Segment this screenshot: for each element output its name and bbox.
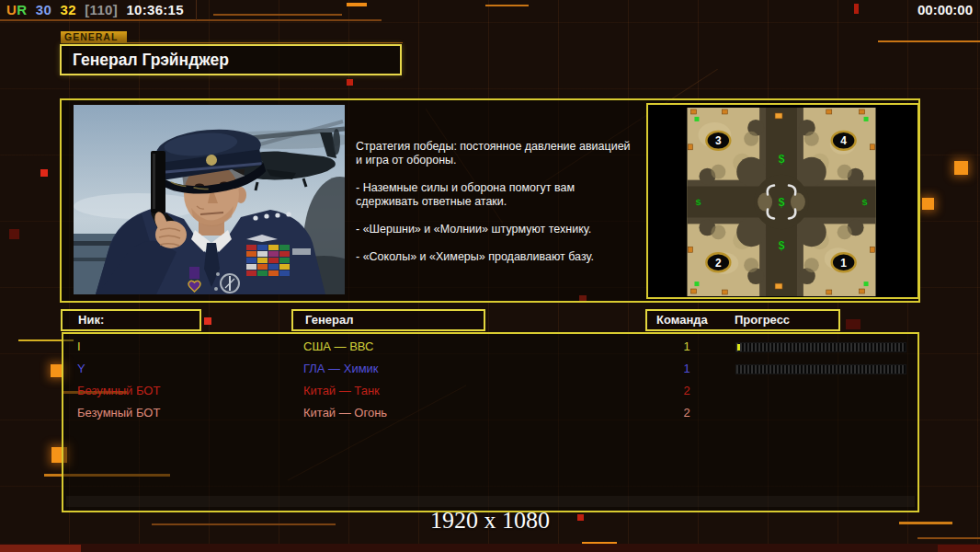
hud-clock: 10:36:15: [126, 2, 183, 17]
player-nick: Безумный БОТ: [77, 403, 160, 423]
name-plate: [292, 248, 311, 255]
player-team: 2: [671, 381, 702, 401]
player-general: США — ВВС: [303, 337, 374, 357]
start-position-3: 3: [715, 134, 722, 147]
circuit-line: [878, 40, 980, 42]
player-general: Китай — Танк: [303, 381, 380, 401]
scroll-strip: [66, 496, 915, 507]
player-nick: I: [77, 337, 81, 357]
circuit-node: [204, 317, 211, 325]
briefing-paragraph: Стратегия победы: постоянное давление ав…: [356, 140, 659, 167]
start-position-2: 2: [715, 257, 722, 270]
circuit-line: [917, 537, 980, 539]
player-general: Китай — Огонь: [303, 403, 387, 423]
circuit-line: [0, 19, 382, 21]
column-header-nick: Ник:: [61, 309, 201, 331]
hud-token: U: [6, 2, 17, 17]
progress-header-label: Прогресс: [735, 311, 790, 329]
start-position-1: 1: [840, 257, 847, 270]
briefing-paragraph: - «Соколы» и «Химеры» продавливают базу.: [356, 250, 659, 264]
loading-screen: UR 30 32 [110] 10:36:15 00:00:00 GENERAL…: [0, 0, 980, 552]
circuit-node: [9, 229, 19, 239]
player-row: Y ГЛА — Химик 1: [63, 359, 917, 379]
start-position-4: 4: [840, 134, 847, 147]
progress-fill: [737, 344, 740, 351]
general-header-label: Генерал: [305, 313, 353, 327]
hud-stats: UR 30 32 [110] 10:36:15: [6, 2, 188, 17]
general-tab-label: GENERAL: [61, 31, 127, 43]
bottom-strip-highlight: [0, 545, 81, 552]
hud-token: R: [17, 2, 27, 17]
circuit-line: [196, 0, 197, 20]
column-header-general: Генерал: [291, 309, 485, 331]
player-row: Безумный БОТ Китай — Танк 2: [63, 381, 917, 401]
match-timer: 00:00:00: [917, 2, 973, 17]
player-nick: Y: [77, 359, 85, 379]
player-row: Безумный БОТ Китай — Огонь 2: [63, 403, 917, 423]
nick-header-label: Ник:: [78, 313, 104, 327]
player-team: 1: [671, 337, 702, 357]
resolution-watermark: 1920 x 1080: [0, 507, 980, 535]
circuit-line: [485, 5, 529, 6]
briefing-text: Стратегия победы: постоянное давление ав…: [356, 140, 659, 278]
hud-token: 30: [36, 2, 51, 17]
briefing-panel: Стратегия победы: постоянное давление ав…: [60, 98, 920, 303]
briefing-paragraph: - «Шершни» и «Молнии» штурмуют технику.: [356, 223, 659, 236]
general-portrait: [74, 105, 345, 294]
circuit-node: [854, 4, 859, 14]
circuit-node: [347, 79, 353, 86]
team-header-label: Команда: [656, 311, 708, 329]
player-general: ГЛА — Химик: [303, 359, 379, 379]
circuit-node: [922, 198, 934, 210]
circuit-node: [954, 161, 968, 175]
hud-token: [110]: [85, 2, 118, 17]
general-portrait-art: [74, 105, 345, 294]
player-row: I США — ВВС 1: [63, 337, 917, 357]
missile-badge: [221, 274, 239, 293]
bottom-strip: [0, 544, 980, 552]
hud-token: 32: [61, 2, 76, 17]
player-nick: Безумный БОТ: [77, 381, 160, 401]
column-header-team-progress: Команда Прогресс: [645, 309, 840, 331]
circuit-node: [40, 169, 48, 177]
svg-text:$: $: [779, 153, 785, 166]
briefing-paragraph: - Наземные силы и оборона помогут вам сд…: [356, 181, 659, 209]
player-team: 2: [671, 403, 702, 423]
page-title: Генерал Грэйнджер: [60, 44, 402, 75]
loading-progress-bar: [735, 342, 906, 352]
svg-text:$: $: [779, 196, 785, 209]
circuit-line: [213, 14, 342, 16]
bottom-strip-dark: [938, 545, 980, 552]
map-preview: $ $ $ $ $: [646, 103, 919, 299]
minimap-canvas: $ $ $ $ $: [687, 108, 876, 296]
player-team: 1: [671, 359, 702, 379]
circuit-line: [347, 3, 367, 6]
loading-progress-bar: [735, 364, 906, 374]
svg-text:$: $: [862, 197, 868, 207]
svg-text:$: $: [696, 197, 701, 207]
svg-text:$: $: [779, 239, 785, 252]
circuit-node: [846, 319, 860, 329]
